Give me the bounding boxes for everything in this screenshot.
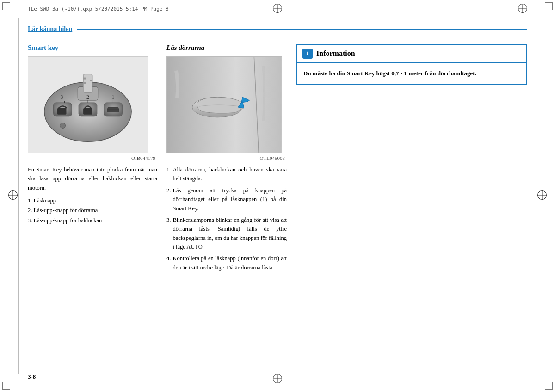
list-item: 2. Lås genom att trycka på knappen på dö… bbox=[166, 186, 287, 213]
reg-mark-bottom-center bbox=[273, 374, 282, 385]
las-dorrarna-title: Lås dörrarna bbox=[166, 44, 287, 52]
list-item: 1. Låsknapp bbox=[28, 196, 157, 206]
section-title: Lär känna bilen bbox=[28, 25, 72, 33]
svg-rect-10 bbox=[57, 108, 67, 115]
smart-key-column: Smart key bbox=[28, 44, 157, 364]
info-column: i Information Du måste ha din Smart Key … bbox=[296, 44, 527, 364]
svg-rect-5 bbox=[90, 80, 92, 81]
svg-rect-8 bbox=[83, 108, 92, 115]
reg-mark-right bbox=[537, 190, 547, 202]
svg-rect-3 bbox=[83, 78, 86, 80]
crop-mark-bl bbox=[2, 382, 10, 390]
step-text: Lås genom att trycka på knappen på dörrh… bbox=[173, 186, 287, 213]
file-info: TLe SWD 3a (-107).qxp 5/20/2015 5:14 PM … bbox=[28, 6, 169, 12]
step-num: 2. bbox=[166, 186, 171, 213]
svg-point-12 bbox=[60, 123, 66, 129]
list-item: 1. Alla dörrarna, backluckan och huven s… bbox=[166, 165, 287, 184]
step-num: 3. bbox=[166, 216, 171, 252]
list-item: 4. Kontrollera på en låsknapp (innanför … bbox=[166, 254, 287, 272]
main-content: Smart key bbox=[28, 44, 527, 364]
svg-text:1: 1 bbox=[112, 94, 115, 100]
door-svg bbox=[167, 57, 282, 153]
step-text: Alla dörrarna, backluckan och huven ska … bbox=[173, 165, 287, 184]
steps-list: 1. Alla dörrarna, backluckan och huven s… bbox=[166, 165, 287, 272]
smart-key-caption: OIB044179 bbox=[28, 155, 157, 161]
reg-mark-top-right bbox=[518, 4, 527, 15]
outer-border-left bbox=[18, 18, 19, 374]
smart-key-image: 3 2 1 bbox=[28, 56, 148, 153]
list-item: 3. Blinkerslamporna blinkar en gång för … bbox=[166, 216, 287, 252]
svg-text:3: 3 bbox=[61, 94, 63, 100]
page-number: 3-8 bbox=[28, 373, 36, 380]
list-item: 2. Lås-upp-knapp för dörrarna bbox=[28, 206, 157, 215]
info-box-title: Information bbox=[316, 49, 355, 58]
svg-text:2: 2 bbox=[86, 94, 89, 100]
reg-mark-top-center bbox=[273, 4, 282, 15]
smart-key-title: Smart key bbox=[28, 44, 157, 52]
step-num: 4. bbox=[166, 254, 171, 272]
smart-key-body: En Smart Key behöver man inte plocka fra… bbox=[28, 165, 157, 192]
step-text: Kontrollera på en låsknapp (innanför en … bbox=[173, 254, 287, 272]
info-box: i Information Du måste ha din Smart Key … bbox=[296, 44, 527, 85]
step-text: Blinkerslamporna blinkar en gång för att… bbox=[173, 216, 287, 252]
section-header: Lär känna bilen bbox=[28, 25, 527, 33]
info-icon: i bbox=[302, 49, 313, 59]
door-image bbox=[166, 56, 282, 153]
info-box-body: Du måste ha din Smart Key högst 0,7 - 1 … bbox=[297, 63, 526, 84]
blue-rule bbox=[77, 29, 527, 30]
outer-border-right bbox=[536, 18, 536, 374]
list-item: 3. Lås-upp-knapp för bakluckan bbox=[28, 216, 157, 226]
las-dorrarna-column: Lås dörrarna bbox=[166, 44, 287, 364]
door-caption: OTL045003 bbox=[166, 155, 287, 161]
crop-mark-br bbox=[545, 382, 553, 390]
smart-key-svg: 3 2 1 bbox=[28, 57, 148, 153]
header-bar: TLe SWD 3a (-107).qxp 5/20/2015 5:14 PM … bbox=[0, 0, 555, 18]
smart-key-list: 1. Låsknapp 2. Lås-upp-knapp för dörrarn… bbox=[28, 196, 157, 226]
svg-rect-4 bbox=[83, 82, 86, 84]
step-num: 1. bbox=[166, 165, 171, 184]
reg-mark-left bbox=[8, 190, 18, 202]
info-box-header: i Information bbox=[297, 45, 526, 63]
